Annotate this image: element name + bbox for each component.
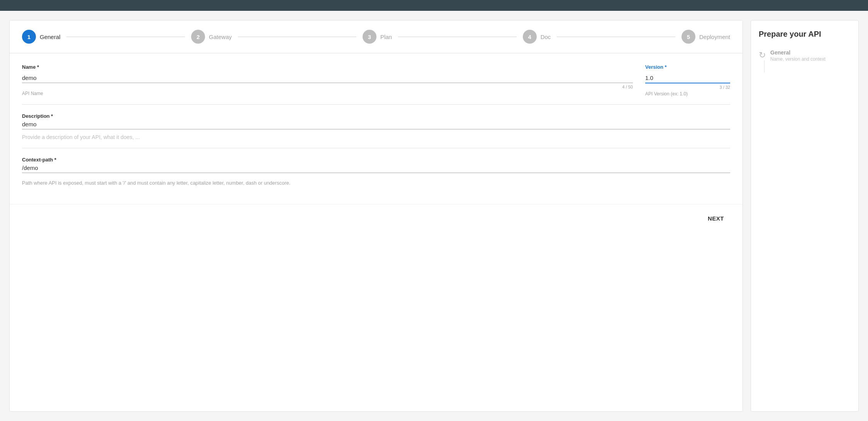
- version-label: Version *: [645, 64, 730, 70]
- step-1-circle: 1: [22, 30, 36, 44]
- step-2-circle: 2: [191, 30, 205, 44]
- context-path-input[interactable]: [22, 163, 730, 173]
- step-3-label: Plan: [380, 34, 392, 40]
- right-panel-title: Prepare your API: [759, 30, 851, 39]
- version-hint: API Version (ex: 1.0): [645, 91, 730, 97]
- step-5-label: Deployment: [699, 34, 730, 40]
- name-input[interactable]: [22, 73, 633, 83]
- name-char-count: 4 / 50: [22, 85, 633, 89]
- context-path-section: Context-path * Path where API is exposed…: [22, 156, 730, 187]
- description-section: Description * Provide a description of y…: [22, 112, 730, 140]
- main-layout: 1 General 2 Gateway 3 Plan: [0, 11, 868, 421]
- step-5-circle: 5: [682, 30, 695, 44]
- version-input[interactable]: [645, 73, 730, 83]
- next-button[interactable]: NEXT: [702, 212, 730, 225]
- name-label: Name *: [22, 64, 633, 70]
- step-5[interactable]: 5 Deployment: [682, 30, 730, 44]
- description-input[interactable]: [22, 119, 730, 129]
- right-step-title: General: [770, 49, 826, 56]
- step-2-label: Gateway: [209, 34, 232, 40]
- step-4[interactable]: 4 Doc: [523, 30, 551, 44]
- version-char-count: 3 / 32: [645, 85, 730, 90]
- step-connector-4-5: [557, 37, 675, 37]
- version-group: Version * 3 / 32 API Version (ex: 1.0): [645, 64, 730, 97]
- step-1[interactable]: 1 General: [22, 30, 60, 44]
- name-version-row: Name * 4 / 50 API Name Version * 3 / 32 …: [22, 64, 730, 97]
- step-4-circle: 4: [523, 30, 537, 44]
- right-step-connector: [764, 60, 765, 73]
- description-label: Description *: [22, 113, 53, 119]
- refresh-icon: ↻: [759, 50, 766, 60]
- divider-2: [22, 148, 730, 148]
- step-1-label: General: [40, 34, 60, 40]
- step-connector-1-2: [66, 37, 185, 37]
- form-footer: NEXT: [10, 204, 743, 233]
- step-4-label: Doc: [541, 34, 551, 40]
- name-hint: API Name: [22, 91, 633, 96]
- top-bar: [0, 0, 868, 11]
- right-step-general: ↻ General Name, version and context: [759, 49, 851, 73]
- step-connector-3-4: [398, 37, 517, 37]
- form-content: Name * 4 / 50 API Name Version * 3 / 32 …: [10, 53, 743, 198]
- name-group: Name * 4 / 50 API Name: [22, 64, 633, 97]
- step-3[interactable]: 3 Plan: [363, 30, 392, 44]
- context-path-label: Context-path *: [22, 157, 56, 163]
- step-2[interactable]: 2 Gateway: [191, 30, 232, 44]
- stepper: 1 General 2 Gateway 3 Plan: [10, 20, 743, 53]
- right-panel: Prepare your API ↻ General Name, version…: [751, 20, 859, 412]
- right-step-subtitle: Name, version and context: [770, 56, 826, 62]
- path-hint: Path where API is exposed, must start wi…: [22, 179, 730, 187]
- description-placeholder: Provide a description of your API, what …: [22, 134, 730, 140]
- divider-1: [22, 104, 730, 105]
- left-panel: 1 General 2 Gateway 3 Plan: [9, 20, 743, 412]
- right-step-text-general: General Name, version and context: [770, 49, 826, 62]
- step-connector-2-3: [238, 37, 356, 37]
- step-3-circle: 3: [363, 30, 376, 44]
